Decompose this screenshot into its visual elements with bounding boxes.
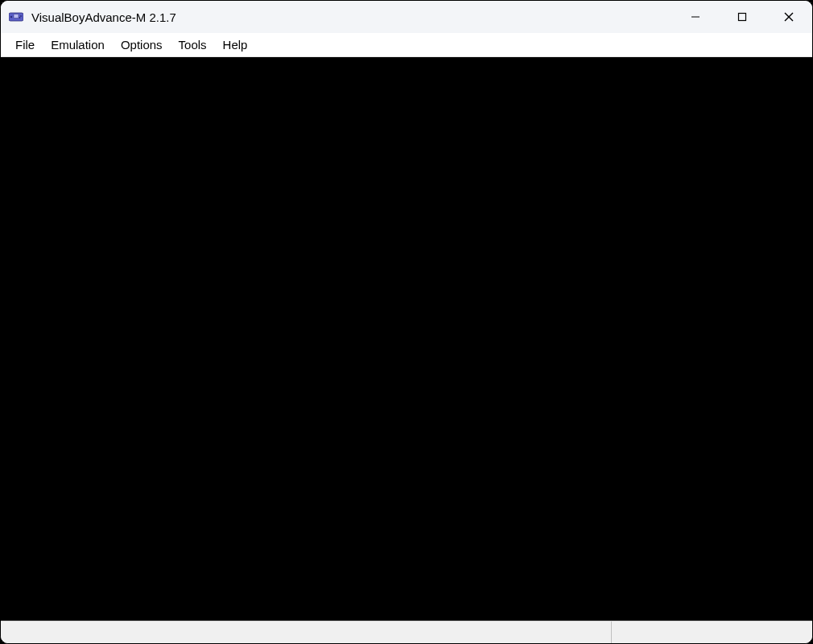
statusbar-right-pane bbox=[611, 621, 812, 643]
menu-file[interactable]: File bbox=[7, 35, 43, 55]
emulator-viewport[interactable] bbox=[1, 57, 812, 621]
menu-emulation[interactable]: Emulation bbox=[43, 35, 113, 55]
minimize-icon bbox=[691, 12, 700, 22]
close-button[interactable] bbox=[766, 1, 812, 33]
menubar: File Emulation Options Tools Help bbox=[1, 33, 812, 57]
close-icon bbox=[783, 11, 794, 23]
svg-rect-1 bbox=[14, 14, 19, 19]
menu-tools[interactable]: Tools bbox=[171, 35, 215, 55]
svg-rect-6 bbox=[739, 14, 746, 21]
maximize-icon bbox=[737, 12, 747, 22]
window-controls bbox=[672, 1, 812, 33]
app-window: VisualBoyAdvance-M 2.1.7 File bbox=[0, 0, 813, 644]
window-title: VisualBoyAdvance-M 2.1.7 bbox=[31, 10, 176, 24]
svg-point-4 bbox=[19, 17, 21, 19]
statusbar bbox=[1, 621, 812, 643]
maximize-button[interactable] bbox=[719, 1, 766, 33]
vbam-app-icon bbox=[9, 11, 23, 23]
statusbar-main-pane bbox=[1, 621, 611, 643]
menu-help[interactable]: Help bbox=[215, 35, 256, 55]
titlebar[interactable]: VisualBoyAdvance-M 2.1.7 bbox=[1, 1, 812, 33]
svg-point-3 bbox=[20, 15, 22, 17]
menu-options[interactable]: Options bbox=[113, 35, 171, 55]
svg-point-2 bbox=[10, 16, 12, 18]
minimize-button[interactable] bbox=[672, 1, 719, 33]
